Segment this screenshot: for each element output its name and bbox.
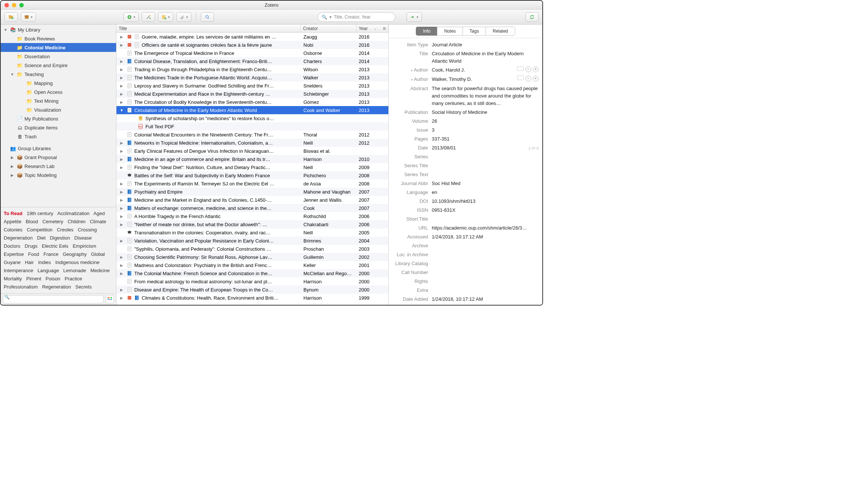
tag-disease[interactable]: Disease	[74, 235, 92, 241]
tag-19th-century[interactable]: 19th century	[27, 211, 53, 216]
tag-professionalism[interactable]: Professionalism	[4, 284, 38, 290]
author-mode-toggle[interactable]	[517, 66, 524, 71]
field-value[interactable]: 1/24/2018, 11:50:15 AM	[432, 304, 539, 305]
item-row[interactable]: ▶Medicine and the Market in England and …	[116, 196, 388, 204]
field-value[interactable]: 26	[432, 118, 539, 125]
tag-color-grid-button[interactable]	[106, 295, 114, 303]
tag-climate[interactable]: Climate	[90, 219, 106, 224]
disclosure-triangle[interactable]: ▶	[119, 165, 125, 169]
disclosure-triangle[interactable]: ▶	[119, 206, 125, 210]
item-row[interactable]: ▶A Horrible Tragedy in the French Atlant…	[116, 212, 388, 220]
disclosure-triangle[interactable]: ▶	[119, 149, 125, 153]
tag-to-read[interactable]: To Read	[4, 211, 22, 216]
disclosure-triangle[interactable]: ▶	[119, 76, 125, 80]
item-row[interactable]: ▶Finding the "Ideal Diet": Nutrition, Cu…	[116, 163, 388, 171]
tag-crossing[interactable]: Crossing	[78, 227, 97, 233]
item-row[interactable]: From medical astrology to medical astron…	[116, 277, 388, 286]
duplicate-items-node[interactable]: 🗂Duplicate Items	[1, 123, 116, 132]
field-value[interactable]: 0951-631X	[432, 207, 539, 214]
item-row[interactable]: ▶Officiers de santé et soignantes créole…	[116, 41, 388, 49]
author-mode-toggle[interactable]	[517, 76, 524, 80]
disclosure-triangle[interactable]: ▶	[119, 92, 125, 96]
field-value[interactable]: 1/24/2018, 10:17:12 AM	[432, 296, 539, 303]
group-research-lab[interactable]: ▶📦Research Lab	[1, 162, 116, 171]
column-header-creator[interactable]: Creator	[301, 24, 356, 32]
add-by-identifier-button[interactable]	[142, 12, 155, 22]
collection-dissertation[interactable]: 📁Dissertation	[1, 52, 116, 61]
column-header-title[interactable]: Title	[116, 24, 301, 32]
tag-secrets[interactable]: Secrets	[75, 284, 92, 290]
collection-open-access[interactable]: 📁Open Access	[1, 88, 116, 96]
item-row[interactable]: ▶Medical Experimentation and Race in the…	[116, 90, 388, 98]
disclosure-triangle[interactable]: ▶	[119, 198, 125, 202]
item-row[interactable]: Synthesis of scholarship on "medicines" …	[116, 114, 388, 122]
collection-text-mining[interactable]: 📁Text Mining	[1, 96, 116, 105]
add-author-button[interactable]: +	[533, 66, 539, 72]
new-library-button[interactable]: ▾	[21, 12, 36, 22]
tag-poison[interactable]: Poison	[46, 276, 60, 281]
tag-practice[interactable]: Practice	[65, 276, 82, 281]
item-row[interactable]: ▶Guerre, maladie, empire. Les services d…	[116, 33, 388, 41]
item-row[interactable]: The Emergence of Tropical Medicine in Fr…	[116, 49, 388, 57]
disclosure-triangle[interactable]: ▶	[119, 214, 125, 218]
tag-competition[interactable]: Competition	[27, 227, 52, 233]
disclosure-triangle[interactable]: ▶	[119, 222, 125, 227]
tab-notes[interactable]: Notes	[437, 27, 462, 36]
tag-doctors[interactable]: Doctors	[4, 243, 20, 249]
disclosure-triangle[interactable]: ▶	[119, 141, 125, 145]
tag-digestion[interactable]: Digestion	[50, 235, 70, 241]
field-value[interactable]: 2013/08/01y m d	[432, 144, 539, 152]
item-row[interactable]: ▶Variolation, Vaccination and Popular Re…	[116, 237, 388, 245]
locate-button[interactable]: ▾	[407, 12, 422, 22]
tag-degeneration[interactable]: Degeneration	[4, 235, 33, 241]
field-value[interactable]: Walker, Timothy D.−+	[432, 76, 539, 83]
item-row[interactable]: Colonial Medical Encounters in the Ninet…	[116, 131, 388, 139]
field-value[interactable]: Journal Article	[432, 41, 539, 49]
trash-node[interactable]: 🗑Trash	[1, 132, 116, 141]
close-window-button[interactable]	[4, 3, 9, 7]
item-row[interactable]: ▶Networks in Tropical Medicine: Internat…	[116, 139, 388, 147]
item-row[interactable]: ▶Choosing Scientific Patrimony: Sir Rona…	[116, 253, 388, 261]
disclosure-triangle[interactable]: ▶	[119, 288, 125, 292]
item-row[interactable]: ▶Psychiatry and EmpireMahone and Vaughan…	[116, 188, 388, 196]
item-row[interactable]: ▶Climates & Constitutions: Health, Race,…	[116, 294, 388, 302]
field-value[interactable]: https://academic.oup.com/shm/article/26/…	[432, 224, 539, 232]
field-value[interactable]: en	[432, 189, 539, 196]
tag-global[interactable]: Global	[91, 251, 105, 257]
field-value[interactable]: Cook, Harold J.−+	[432, 66, 539, 74]
tag-cemetery[interactable]: Cemetery	[42, 219, 63, 224]
tag-appetite[interactable]: Appetite	[4, 219, 22, 224]
disclosure-triangle[interactable]: ▶	[119, 84, 125, 88]
field-value[interactable]: Circulation of Medicine in the Early Mod…	[432, 50, 539, 65]
item-row[interactable]: ▶Colonial Disease, Translation, and Enli…	[116, 57, 388, 65]
tag-filter-input[interactable]	[3, 295, 103, 303]
my-library-node[interactable]: ▼📚My Library	[1, 25, 116, 34]
tag-geography[interactable]: Geography	[63, 251, 86, 257]
tag-france[interactable]: France	[43, 251, 58, 257]
new-collection-button[interactable]	[4, 12, 18, 22]
disclosure-triangle[interactable]: ▶	[119, 157, 125, 161]
add-author-button[interactable]: +	[533, 76, 539, 82]
tag-hair[interactable]: Hair	[25, 260, 34, 265]
item-row[interactable]: ▶Leprosy and Slavery in Suriname: Godfri…	[116, 82, 388, 90]
collection-mapping[interactable]: 📁Mapping	[1, 79, 116, 88]
tag-language[interactable]: Language	[37, 268, 59, 273]
tag-drugs[interactable]: Drugs	[24, 243, 37, 249]
tag-acclimatization[interactable]: Acclimatization	[57, 211, 89, 216]
disclosure-triangle[interactable]: ▶	[119, 190, 125, 194]
maximize-window-button[interactable]	[19, 3, 24, 7]
tag-lemonade[interactable]: Lemonade	[63, 268, 86, 273]
item-row[interactable]: ▶The Colonial Machine: French Science an…	[116, 269, 388, 277]
tag-creoles[interactable]: Creoles	[57, 227, 73, 233]
item-row[interactable]: ▶Matters of exchange: commerce, medicine…	[116, 204, 388, 212]
item-row[interactable]: ▶The Experiments of Ramón M. Termeyer SJ…	[116, 179, 388, 188]
field-value[interactable]: 1/24/2018, 10:17:12 AM	[432, 233, 539, 241]
remove-author-button[interactable]: −	[525, 76, 531, 82]
disclosure-triangle[interactable]: ▶	[119, 271, 125, 276]
tag-aged[interactable]: Aged	[93, 211, 105, 216]
tag-diet[interactable]: Diet	[37, 235, 46, 241]
tag-food[interactable]: Food	[28, 251, 39, 257]
remove-author-button[interactable]: −	[525, 66, 531, 72]
collection-book-reviews[interactable]: 📁Book Reviews	[1, 34, 116, 43]
item-row[interactable]: Transnationalism in the colonies: Cooper…	[116, 228, 388, 237]
